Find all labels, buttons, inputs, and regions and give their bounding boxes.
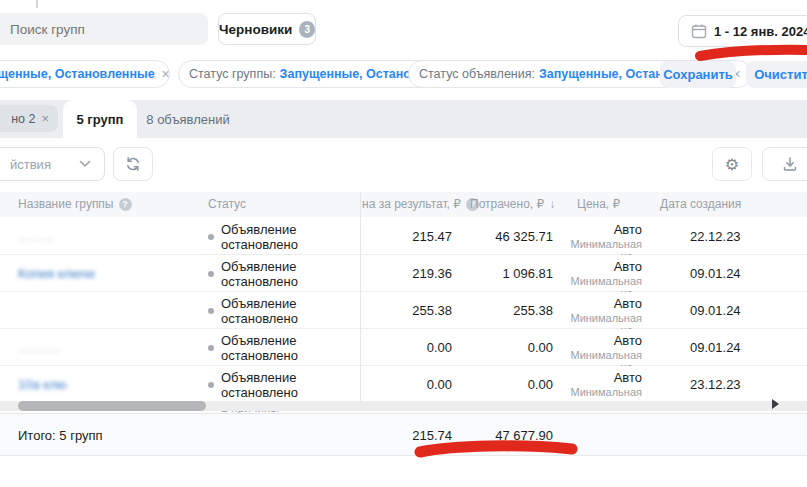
created-date-cell: 09.01.24	[690, 303, 770, 318]
status-dot-icon	[208, 308, 214, 314]
status-title: Объявление остановлено	[221, 296, 358, 326]
status-title: Объявление остановлено	[221, 222, 358, 252]
created-date-cell: 23.12.23	[690, 377, 770, 392]
column-header-cost-per-result[interactable]: на за результат, ₽ ?	[362, 197, 479, 211]
table-row[interactable]: 10а клю Объявление остановлено 2 причины…	[0, 366, 807, 403]
table-row[interactable]: Копия ключи Объявление остановлено Остан…	[0, 255, 807, 292]
sort-desc-icon[interactable]: ↓	[549, 197, 555, 211]
column-header-name[interactable]: Название группы ?	[18, 197, 132, 211]
created-date-cell: 22.12.23	[690, 229, 770, 244]
created-date-cell: 09.01.24	[690, 266, 770, 281]
search-input[interactable]	[0, 13, 208, 45]
actions-dropdown[interactable]: йствия	[0, 147, 105, 181]
refresh-button[interactable]	[113, 147, 153, 181]
column-header-status[interactable]: Статус	[208, 197, 246, 211]
selection-chip-label: но 2	[11, 112, 35, 126]
cost-per-result-cell: 255.38	[362, 303, 452, 318]
group-name-link[interactable]: ..........	[18, 229, 196, 244]
tab-groups-label: 5 групп	[77, 112, 124, 127]
totals-label: Итого: 5 групп	[18, 428, 103, 443]
filter-chip-prefix: Статус объявления:	[419, 67, 535, 81]
remove-filter-icon[interactable]: ×	[162, 66, 170, 82]
date-range-label: 1 - 12 янв. 2024	[714, 24, 807, 39]
table-row[interactable]: ............ Объявление остановлено 2 пр…	[0, 329, 807, 366]
spent-cell: 46 325.71	[468, 229, 553, 244]
cost-per-result-cell: 215.47	[362, 229, 452, 244]
column-header-status-label: Статус	[208, 197, 246, 211]
filter-chip-value: пущенные, Остановленные	[0, 67, 155, 81]
status-title: Объявление остановлено	[221, 259, 358, 289]
table-row[interactable]: .......... Объявление остановлено Остано…	[0, 218, 807, 255]
totals-row: Итого: 5 групп 215.74 47 677.90	[0, 413, 807, 456]
table-header: Название группы ? Статус на за результат…	[0, 192, 807, 217]
column-header-spent[interactable]: Потрачено, ₽ ↓	[470, 197, 555, 211]
actions-dropdown-label: йствия	[10, 157, 51, 172]
refresh-icon	[125, 156, 141, 172]
clear-filters-button[interactable]: Очистить	[746, 61, 807, 88]
spent-cell: 255.38	[468, 303, 553, 318]
price-mode: Авто	[614, 259, 642, 274]
spent-cell: 0.00	[468, 377, 553, 392]
frozen-columns-divider	[360, 192, 361, 402]
gear-icon: ⚙	[725, 155, 739, 174]
drafts-label: Черновики	[219, 22, 292, 37]
status-dot-icon	[208, 271, 214, 277]
column-header-price[interactable]: Цена, ₽	[577, 197, 620, 211]
selection-chip[interactable]: но 2 ×	[0, 105, 58, 132]
download-icon	[782, 156, 798, 172]
scrollbar-thumb[interactable]	[18, 401, 206, 411]
scroll-right-icon[interactable]	[772, 399, 779, 409]
filter-chip-prefix: Статус группы:	[189, 67, 276, 81]
horizontal-scrollbar[interactable]	[0, 401, 807, 411]
price-mode: Авто	[614, 222, 642, 237]
spent-cell: 0.00	[468, 340, 553, 355]
divider-tick	[36, 0, 38, 8]
export-button[interactable]	[762, 147, 807, 181]
date-range-picker[interactable]: 1 - 12 янв. 2024	[678, 15, 807, 47]
price-mode: Авто	[614, 296, 642, 311]
group-name-link[interactable]: ............	[18, 340, 196, 355]
save-filters-button[interactable]: Сохранить	[660, 61, 736, 88]
status-dot-icon	[208, 382, 214, 388]
status-dot-icon	[208, 234, 214, 240]
tab-groups[interactable]: 5 групп	[63, 100, 137, 138]
column-header-name-label: Название группы	[18, 197, 114, 211]
drafts-count-badge: 3	[299, 21, 315, 38]
ads-manager-screen: Черновики 3 1 - 12 янв. 2024 пущенные, О…	[0, 0, 807, 487]
spent-cell: 1 096.81	[468, 266, 553, 281]
red-underline-date	[700, 50, 807, 56]
group-name-link[interactable]: Копия ключи	[18, 266, 196, 281]
calendar-icon	[691, 23, 707, 39]
price-mode: Авто	[614, 333, 642, 348]
column-header-cpr-label: на за результат, ₽	[362, 197, 461, 211]
table-row[interactable]: Объявление остановлено 2 причины 255.38 …	[0, 292, 807, 329]
group-name-link[interactable]: 10а клю	[18, 377, 196, 392]
help-icon[interactable]: ?	[119, 198, 132, 211]
totals-cost-per-result: 215.74	[362, 428, 452, 443]
status-title: Объявление остановлено	[221, 370, 358, 400]
column-header-created[interactable]: Дата создания	[660, 197, 741, 211]
status-title: Объявление остановлено	[221, 333, 358, 363]
column-header-created-label: Дата создания	[660, 197, 741, 211]
price-mode: Авто	[614, 370, 642, 385]
chevron-down-icon	[79, 160, 91, 168]
cost-per-result-cell: 0.00	[362, 340, 452, 355]
cost-per-result-cell: 0.00	[362, 377, 452, 392]
created-date-cell: 09.01.24	[690, 340, 770, 355]
totals-spent: 47 677.90	[468, 428, 553, 443]
tab-strip: но 2 × 5 групп 8 объявлений	[0, 100, 807, 138]
settings-button[interactable]: ⚙	[712, 147, 752, 181]
tab-ads-label: 8 объявлений	[146, 112, 229, 127]
filter-chip-status[interactable]: пущенные, Остановленные ×	[0, 60, 170, 88]
close-icon[interactable]: ×	[41, 111, 49, 126]
cost-per-result-cell: 219.36	[362, 266, 452, 281]
drafts-button[interactable]: Черновики 3	[218, 13, 316, 45]
column-header-spent-label: Потрачено, ₽	[470, 197, 544, 211]
column-header-price-label: Цена, ₽	[577, 197, 620, 211]
tab-ads[interactable]: 8 объявлений	[140, 100, 236, 138]
status-dot-icon	[208, 345, 214, 351]
